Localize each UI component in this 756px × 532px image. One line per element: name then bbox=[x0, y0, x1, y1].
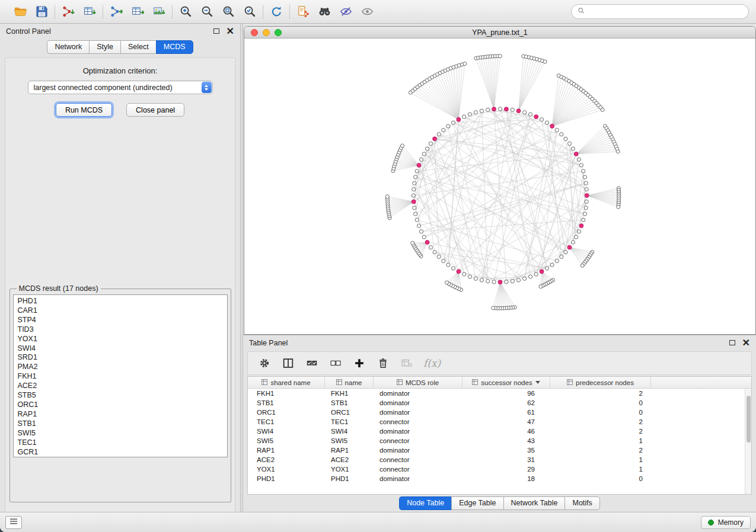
tab-edge-table[interactable]: Edge Table bbox=[451, 496, 503, 510]
mcds-result-item[interactable]: STB5 bbox=[18, 391, 227, 400]
mcds-result-item[interactable]: FKH1 bbox=[18, 372, 227, 382]
column-header-predecessor-nodes[interactable]: predecessor nodes bbox=[550, 377, 651, 388]
close-panel-button[interactable]: Close panel bbox=[126, 103, 184, 117]
mcds-result-item[interactable]: TEC1 bbox=[18, 438, 227, 448]
zoom-fit-icon[interactable] bbox=[221, 4, 236, 20]
export-image-icon[interactable] bbox=[151, 4, 167, 20]
tab-mcds[interactable]: MCDS bbox=[156, 40, 193, 54]
close-panel-icon[interactable]: ✕ bbox=[227, 28, 234, 35]
import-network-icon[interactable] bbox=[60, 4, 76, 20]
status-bar: Memory bbox=[0, 512, 756, 532]
network-title-bar[interactable]: YPA_prune.txt_1 bbox=[244, 27, 755, 39]
refresh-layout-icon[interactable] bbox=[269, 4, 284, 20]
table-cell: ORC1 bbox=[248, 409, 325, 416]
mcds-result-item[interactable]: PHD1 bbox=[18, 297, 227, 306]
deselect-all-icon[interactable] bbox=[328, 356, 343, 370]
tab-network[interactable]: Network bbox=[47, 40, 89, 54]
table-row[interactable]: TEC1TEC1connector472 bbox=[248, 417, 751, 427]
column-grid-icon bbox=[261, 379, 267, 386]
select-all-icon[interactable] bbox=[305, 356, 319, 370]
mcds-result-item[interactable]: RAP1 bbox=[18, 410, 227, 419]
search-input[interactable] bbox=[588, 8, 743, 16]
table-cell: TEC1 bbox=[248, 418, 325, 425]
tab-motifs[interactable]: Motifs bbox=[564, 496, 599, 510]
scrollbar-thumb[interactable] bbox=[747, 396, 751, 442]
table-row[interactable]: YOX1YOX1connector291 bbox=[248, 464, 751, 474]
table-cell: dominator bbox=[374, 447, 462, 454]
table-cell: STB1 bbox=[325, 399, 374, 406]
mcds-result-item[interactable]: SWI5 bbox=[18, 429, 227, 438]
table-cell: RAP1 bbox=[325, 447, 374, 454]
window-close-button[interactable] bbox=[251, 29, 258, 36]
table-scrollbar[interactable] bbox=[745, 389, 751, 494]
table-row[interactable]: RAP1RAP1dominator352 bbox=[248, 446, 751, 455]
mcds-result-list[interactable]: PHD1CAR1STP4TID3YOX1SWI4SRD1PMA2FKH1ACE2… bbox=[13, 294, 228, 457]
mcds-result-item[interactable]: ACE2 bbox=[18, 382, 227, 391]
columns-icon[interactable] bbox=[281, 356, 295, 370]
gear-icon[interactable] bbox=[257, 356, 272, 370]
run-mcds-button[interactable]: Run MCDS bbox=[56, 103, 112, 117]
table-row[interactable]: ACE2ACE2connector311 bbox=[248, 455, 751, 464]
share-document-icon[interactable] bbox=[295, 4, 311, 20]
mcds-result-item[interactable]: SRD1 bbox=[18, 353, 227, 363]
float-table-panel-icon[interactable] bbox=[729, 340, 735, 345]
table-row[interactable]: FKH1FKH1dominator962 bbox=[248, 389, 751, 398]
tab-style[interactable]: Style bbox=[89, 40, 120, 54]
network-canvas[interactable] bbox=[244, 39, 755, 334]
network-graph[interactable] bbox=[244, 39, 755, 334]
mcds-result-item[interactable]: STB1 bbox=[18, 419, 227, 429]
mcds-result-item[interactable]: STP4 bbox=[18, 316, 227, 325]
column-header-name[interactable]: name bbox=[325, 377, 374, 388]
mcds-result-item[interactable]: GCR1 bbox=[18, 448, 227, 457]
menu-button[interactable] bbox=[5, 516, 22, 529]
memory-button[interactable]: Memory bbox=[701, 516, 751, 529]
tab-node-table[interactable]: Node Table bbox=[399, 496, 451, 510]
add-row-icon[interactable] bbox=[352, 356, 366, 370]
mcds-result-item[interactable]: SWI4 bbox=[18, 344, 227, 354]
window-minimize-button[interactable] bbox=[263, 29, 270, 36]
delete-row-icon[interactable] bbox=[376, 356, 390, 370]
panel-splitter[interactable] bbox=[240, 24, 243, 512]
table-row[interactable]: SWI4SWI4dominator462 bbox=[248, 427, 751, 436]
mcds-result-item[interactable]: CAR1 bbox=[18, 306, 227, 316]
column-header-successor-nodes[interactable]: successor nodes bbox=[462, 377, 550, 388]
zoom-selected-icon[interactable] bbox=[242, 4, 257, 20]
table-toolbar: f(x) bbox=[247, 351, 752, 375]
hide-icon[interactable] bbox=[338, 4, 353, 20]
eye-icon[interactable] bbox=[359, 4, 375, 20]
column-header-MCDS-role[interactable]: MCDS role bbox=[374, 377, 462, 388]
export-network-icon[interactable] bbox=[109, 4, 124, 20]
import-table-disabled-icon[interactable] bbox=[400, 356, 414, 370]
column-label: name bbox=[345, 379, 362, 386]
table-row[interactable]: ORC1ORC1dominator610 bbox=[248, 408, 751, 417]
find-icon[interactable] bbox=[317, 4, 332, 20]
zoom-in-icon[interactable] bbox=[178, 4, 193, 20]
tab-select[interactable]: Select bbox=[120, 40, 156, 54]
table-cell: RAP1 bbox=[248, 447, 325, 454]
tab-network-table[interactable]: Network Table bbox=[503, 496, 565, 510]
mcds-result-item[interactable]: PMA2 bbox=[18, 363, 227, 372]
table-cell: SWI5 bbox=[325, 437, 374, 444]
function-builder-button[interactable]: f(x) bbox=[423, 357, 441, 369]
search-box[interactable] bbox=[571, 4, 749, 19]
table-row[interactable]: SWI5SWI5connector431 bbox=[248, 436, 751, 446]
table-row[interactable]: PHD1PHD1dominator180 bbox=[248, 474, 751, 483]
export-table-icon[interactable] bbox=[130, 4, 145, 20]
close-table-panel-icon[interactable]: ✕ bbox=[742, 339, 750, 347]
import-table-icon[interactable] bbox=[82, 4, 97, 20]
mcds-result-item[interactable]: ORC1 bbox=[18, 400, 227, 410]
column-header-shared-name[interactable]: shared name bbox=[248, 377, 325, 388]
control-panel-header: Control Panel ✕ bbox=[0, 24, 240, 39]
mcds-result-item[interactable]: YOX1 bbox=[18, 335, 227, 344]
float-panel-icon[interactable] bbox=[213, 28, 219, 34]
window-zoom-button[interactable] bbox=[275, 29, 282, 36]
mcds-result-item[interactable]: TID3 bbox=[18, 325, 227, 335]
save-icon[interactable] bbox=[34, 4, 49, 20]
open-folder-icon[interactable] bbox=[12, 4, 28, 20]
criterion-dropdown[interactable]: largest connected component (undirected) bbox=[28, 81, 213, 94]
app-window: Control Panel ✕ NetworkStyleSelectMCDS O… bbox=[0, 0, 756, 532]
table-cell: 0 bbox=[550, 399, 651, 406]
table-row[interactable]: STB1STB1dominator620 bbox=[248, 398, 751, 408]
mcds-tab-content: Optimization criterion: largest connecte… bbox=[5, 57, 235, 512]
zoom-out-icon[interactable] bbox=[199, 4, 215, 20]
